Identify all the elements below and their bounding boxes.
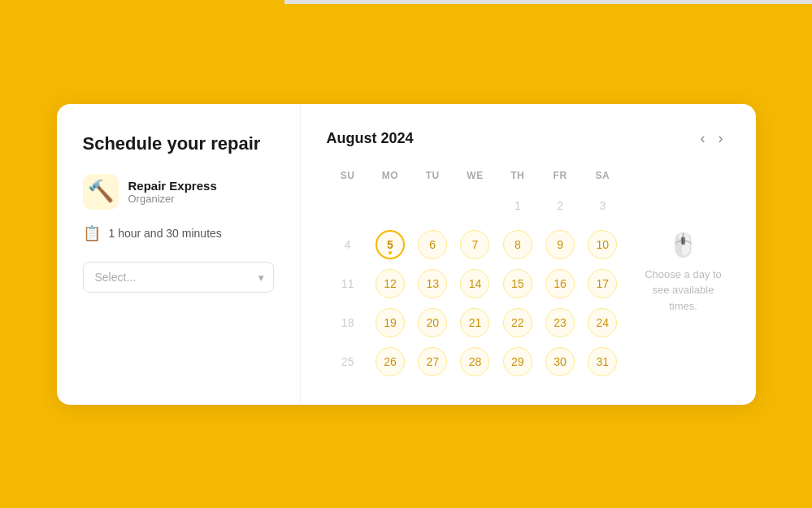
day-cell: 29 [497,344,539,380]
day-number-22[interactable]: 22 [503,308,532,337]
day-cell: 11 [327,266,369,302]
day-cell: 13 [411,266,454,302]
day-cell: 28 [454,344,496,380]
day-cell: 1 [497,188,539,224]
day-cell: 9 [539,227,581,263]
day-cell: 8 [497,227,539,263]
day-number-29[interactable]: 29 [503,347,532,376]
day-header-we: WE [454,167,496,185]
day-cell: 22 [497,305,539,341]
day-number-28[interactable]: 28 [460,347,489,376]
day-cell: 24 [581,305,623,341]
day-number-20[interactable]: 20 [418,308,447,337]
calendar-header: August 2024 ‹ › [327,127,730,150]
day-number-14[interactable]: 14 [460,269,489,298]
day-cell [454,188,496,224]
day-number-4: 4 [333,230,363,259]
day-number-6[interactable]: 6 [418,230,447,259]
day-number-16[interactable]: 16 [545,269,575,298]
day-number-11: 11 [333,269,363,298]
day-number-17[interactable]: 17 [588,269,617,298]
day-header-fr: FR [539,167,581,185]
day-number-26[interactable]: 26 [376,347,405,376]
service-name: Repair Express [128,179,217,193]
right-panel: August 2024 ‹ › SUMOTUWETHFRSA 123456789… [301,104,756,405]
day-number-23[interactable]: 23 [545,308,575,337]
day-number-15[interactable]: 15 [503,269,532,298]
main-card: Schedule your repair 🔨 Repair Express Or… [57,104,756,405]
day-number-25: 25 [333,347,363,376]
day-number-5[interactable]: 5 [376,230,405,259]
day-cell: 31 [581,344,623,380]
prev-month-button[interactable]: ‹ [694,127,712,150]
day-cell: 18 [327,305,369,341]
timezone-select[interactable]: Select... [83,262,274,293]
day-cell: 27 [411,344,454,380]
day-cell: 4 [327,227,369,263]
day-cell: 7 [454,227,496,263]
day-cell: 5 [369,227,411,263]
day-cell: 16 [539,266,581,302]
left-panel: Schedule your repair 🔨 Repair Express Or… [57,104,301,405]
day-number-12[interactable]: 12 [376,269,405,298]
day-cell [411,188,454,224]
day-cell: 12 [369,266,411,302]
hint-text: Choose a day to see available times. [637,267,730,315]
day-number-31[interactable]: 31 [588,347,617,376]
day-cell [369,188,411,224]
day-number-7[interactable]: 7 [460,230,489,259]
day-cell: 19 [369,305,411,341]
day-cell: 3 [581,188,623,224]
day-number-27[interactable]: 27 [418,347,447,376]
service-row: 🔨 Repair Express Organizer [83,174,274,210]
day-header-su: SU [327,167,369,185]
service-info: Repair Express Organizer [128,179,217,205]
next-month-button[interactable]: › [712,127,730,150]
day-header-tu: TU [411,167,454,185]
progress-bar-fill [0,0,284,4]
day-header-mo: MO [369,167,411,185]
day-number-8[interactable]: 8 [503,230,532,259]
service-type: Organizer [128,193,217,205]
day-number-13[interactable]: 13 [418,269,447,298]
day-number-3: 3 [588,191,617,220]
day-cell: 2 [539,188,581,224]
calendar-grid: SUMOTUWETHFRSA 1234567891011121314151617… [327,167,624,380]
schedule-title: Schedule your repair [83,133,274,154]
day-number-30[interactable]: 30 [545,347,575,376]
day-cell: 23 [539,305,581,341]
day-number-10[interactable]: 10 [588,230,617,259]
day-number-24[interactable]: 24 [588,308,617,337]
day-cell: 30 [539,344,581,380]
select-wrapper: Select... ▾ [83,262,274,293]
duration-text: 1 hour and 30 minutes [109,227,222,240]
day-cell: 17 [581,266,623,302]
day-number-2: 2 [545,191,575,220]
day-number-21[interactable]: 21 [460,308,489,337]
drill-icon: 🔨 [83,174,119,210]
duration-row: 📋 1 hour and 30 minutes [83,224,274,242]
day-header-th: TH [497,167,539,185]
day-number-1: 1 [503,191,532,220]
day-cell: 15 [497,266,539,302]
day-cell: 10 [581,227,623,263]
calendar-days: 1234567891011121314151617181920212223242… [327,188,624,380]
day-cell: 6 [411,227,454,263]
cursor-icon: 🖱️ [669,232,697,258]
calendar-month-title: August 2024 [327,130,694,147]
calendar-body: SUMOTUWETHFRSA 1234567891011121314151617… [327,167,730,380]
day-number-19[interactable]: 19 [376,308,405,337]
day-headers: SUMOTUWETHFRSA [327,167,624,185]
day-cell: 20 [411,305,454,341]
day-cell [327,188,369,224]
day-number-9[interactable]: 9 [545,230,575,259]
day-cell: 26 [369,344,411,380]
day-cell: 25 [327,344,369,380]
calendar-icon: 📋 [83,224,101,242]
day-number-18: 18 [333,308,363,337]
progress-bar-container [0,0,812,4]
side-hint: 🖱️ Choose a day to see available times. [624,167,730,380]
day-cell: 21 [454,305,496,341]
day-cell: 14 [454,266,496,302]
day-header-sa: SA [581,167,623,185]
